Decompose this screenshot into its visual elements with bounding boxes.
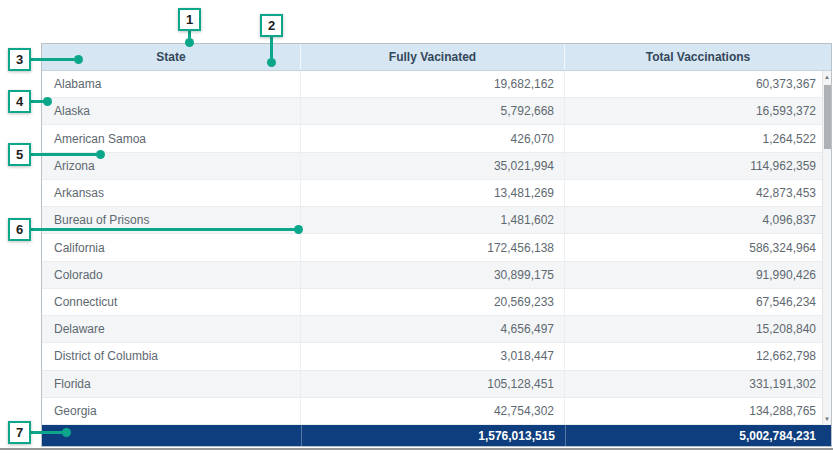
table-row[interactable]: California172,456,138586,324,964 <box>42 234 831 261</box>
total-row-state-cell <box>42 425 301 446</box>
cell-state: Delaware <box>42 316 301 342</box>
cell-fully-vaccinated: 1,481,602 <box>301 207 565 233</box>
table-row[interactable]: Connecticut20,569,23367,546,234 <box>42 289 831 316</box>
cell-fully-vaccinated: 3,018,447 <box>301 343 565 369</box>
cell-total-vaccinations: 12,662,798 <box>565 343 831 369</box>
cell-total-vaccinations: 16,593,372 <box>565 98 831 124</box>
annotation-badge-5: 5 <box>8 143 31 166</box>
annotation-line-6 <box>31 228 295 231</box>
table-row[interactable]: Arizona35,021,994114,962,359 <box>42 153 831 180</box>
cell-state: Georgia <box>42 398 301 424</box>
table-row[interactable]: Georgia42,754,302134,288,765 <box>42 398 831 425</box>
cell-state: District of Columbia <box>42 343 301 369</box>
table-row[interactable]: Colorado30,899,17591,990,426 <box>42 262 831 289</box>
annotation-dot-7 <box>62 428 71 437</box>
cell-state: American Samoa <box>42 125 301 151</box>
total-total-vaccinations: 5,002,784,231 <box>565 425 831 446</box>
scrollbar-up-icon[interactable]: ▲ <box>823 71 831 83</box>
cell-state: Arizona <box>42 153 301 179</box>
cell-total-vaccinations: 42,873,453 <box>565 180 831 206</box>
screenshot-root: State Fully Vacinated Total Vaccinations… <box>0 0 833 453</box>
scrollbar-down-icon[interactable]: ▼ <box>823 413 831 425</box>
table-row[interactable]: Arkansas13,481,26942,873,453 <box>42 180 831 207</box>
table-row[interactable]: Delaware4,656,49715,208,840 <box>42 316 831 343</box>
cell-state: California <box>42 234 301 260</box>
total-fully-vaccinated: 1,576,013,515 <box>301 425 565 446</box>
cell-total-vaccinations: 331,191,302 <box>565 371 831 397</box>
cell-fully-vaccinated: 35,021,994 <box>301 153 565 179</box>
cell-total-vaccinations: 134,288,765 <box>565 398 831 424</box>
cell-total-vaccinations: 60,373,367 <box>565 71 831 97</box>
annotation-badge-3: 3 <box>8 48 31 71</box>
table-body: Alabama19,682,16260,373,367Alaska5,792,6… <box>42 71 831 425</box>
table-row[interactable]: American Samoa426,0701,264,522 <box>42 125 831 152</box>
annotation-line-7 <box>31 431 63 434</box>
annotation-badge-2: 2 <box>260 14 283 37</box>
annotation-dot-2 <box>267 58 276 67</box>
cell-total-vaccinations: 586,324,964 <box>565 234 831 260</box>
cell-fully-vaccinated: 5,792,668 <box>301 98 565 124</box>
data-table: State Fully Vacinated Total Vaccinations… <box>41 43 832 447</box>
cell-state: Florida <box>42 371 301 397</box>
cell-fully-vaccinated: 19,682,162 <box>301 71 565 97</box>
cell-state: Alaska <box>42 98 301 124</box>
table-header-row: State Fully Vacinated Total Vaccinations <box>42 44 831 71</box>
annotation-badge-4: 4 <box>8 90 31 113</box>
cell-total-vaccinations: 114,962,359 <box>565 153 831 179</box>
column-header-total-vaccinations[interactable]: Total Vaccinations <box>565 44 831 70</box>
cell-total-vaccinations: 91,990,426 <box>565 262 831 288</box>
cell-state: Colorado <box>42 262 301 288</box>
annotation-badge-7: 7 <box>8 421 31 444</box>
cell-state: Alabama <box>42 71 301 97</box>
cell-fully-vaccinated: 426,070 <box>301 125 565 151</box>
annotation-dot-4 <box>43 97 52 106</box>
cell-total-vaccinations: 1,264,522 <box>565 125 831 151</box>
annotation-dot-6 <box>294 225 303 234</box>
cell-state: Arkansas <box>42 180 301 206</box>
cell-fully-vaccinated: 4,656,497 <box>301 316 565 342</box>
annotation-line-2 <box>270 37 273 58</box>
cell-fully-vaccinated: 20,569,233 <box>301 289 565 315</box>
vertical-scrollbar[interactable]: ▲ ▼ <box>822 71 831 425</box>
cell-total-vaccinations: 15,208,840 <box>565 316 831 342</box>
annotation-dot-5 <box>96 150 105 159</box>
annotation-line-3 <box>31 58 74 61</box>
table-row[interactable]: Alaska5,792,66816,593,372 <box>42 98 831 125</box>
cell-state: Connecticut <box>42 289 301 315</box>
table-total-row: 1,576,013,515 5,002,784,231 <box>42 425 831 446</box>
annotation-dot-3 <box>74 55 83 64</box>
table-row[interactable]: Alabama19,682,16260,373,367 <box>42 71 831 98</box>
cell-total-vaccinations: 67,546,234 <box>565 289 831 315</box>
scrollbar-thumb[interactable] <box>824 85 831 149</box>
window-bottom-edge <box>0 448 833 450</box>
annotation-line-1 <box>188 31 191 38</box>
cell-fully-vaccinated: 105,128,451 <box>301 371 565 397</box>
annotation-badge-1: 1 <box>178 8 201 31</box>
annotation-badge-6: 6 <box>8 218 31 241</box>
annotation-dot-1 <box>185 38 194 47</box>
cell-fully-vaccinated: 13,481,269 <box>301 180 565 206</box>
cell-fully-vaccinated: 42,754,302 <box>301 398 565 424</box>
cell-fully-vaccinated: 30,899,175 <box>301 262 565 288</box>
column-header-fully-vaccinated[interactable]: Fully Vacinated <box>301 44 565 70</box>
cell-total-vaccinations: 4,096,837 <box>565 207 831 233</box>
table-row[interactable]: District of Columbia3,018,44712,662,798 <box>42 343 831 370</box>
cell-fully-vaccinated: 172,456,138 <box>301 234 565 260</box>
annotation-line-5 <box>31 153 97 156</box>
table-row[interactable]: Florida105,128,451331,191,302 <box>42 371 831 398</box>
